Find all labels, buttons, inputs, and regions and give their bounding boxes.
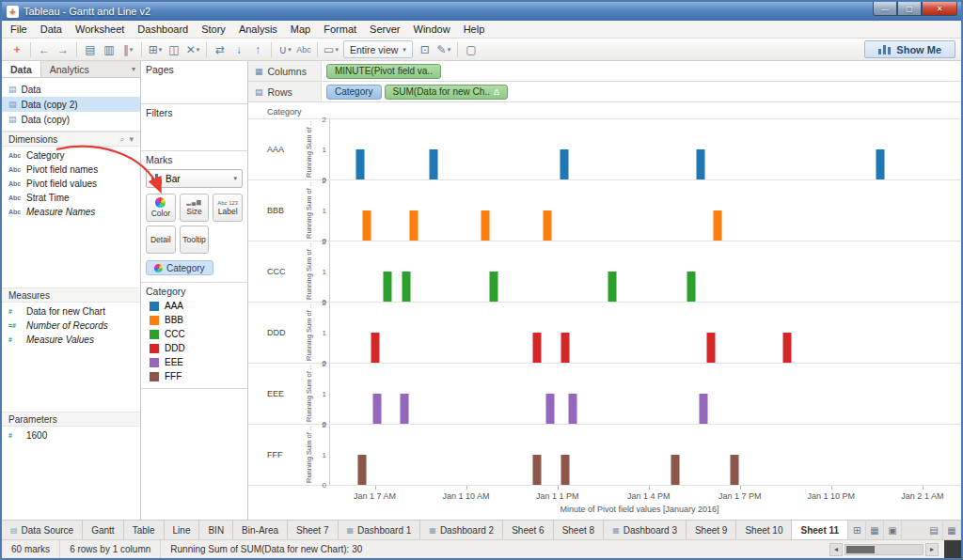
field-data-for-new-chart[interactable]: #Data for new Chart	[2, 304, 140, 319]
legend-item-bbb[interactable]: BBB	[146, 313, 243, 327]
toolbar-fix-axes-button[interactable]: ⊡	[416, 40, 434, 59]
mark-bar[interactable]	[569, 394, 577, 424]
tab-scroll-right-icon[interactable]: ▸	[925, 543, 939, 556]
mark-bar[interactable]	[707, 333, 716, 363]
data-source-data-copy[interactable]: ▤Data (copy)	[2, 112, 140, 127]
menu-item-dashboard[interactable]: Dashboard	[131, 21, 195, 38]
title-bar[interactable]: + Tableau - Gantt and Line v2 — ▢ ✕	[2, 2, 961, 21]
show-me-button[interactable]: Show Me	[864, 40, 955, 58]
marks-detail-button[interactable]: Detail	[146, 226, 176, 254]
search-icon[interactable]: ⌕	[119, 134, 124, 145]
field-strat-time[interactable]: AbcStrat Time	[2, 191, 140, 205]
new-worksheet-icon[interactable]: ⊞	[848, 521, 866, 539]
toolbar-redo-button[interactable]: →	[54, 40, 72, 59]
columns-shelf[interactable]: ▦ Columns MINUTE(Pivot field va..	[248, 61, 961, 82]
sheet-tab-dashboard-1[interactable]: ▦Dashboard 1	[339, 521, 421, 539]
toolbar-fit-button[interactable]: ▭▾	[322, 40, 340, 59]
menu-item-help[interactable]: Help	[457, 21, 492, 38]
shelf-pill-sum-data-for-new-ch[interactable]: SUM(Data for new Ch..Δ	[385, 85, 508, 100]
field-pivot-field-values[interactable]: AbcPivot field values	[2, 177, 140, 191]
toolbar-save-button[interactable]: ▤	[81, 40, 100, 59]
field-category[interactable]: AbcCategory	[2, 148, 140, 163]
sheet-tab-sheet-7[interactable]: Sheet 7	[288, 521, 338, 539]
marks-label-button[interactable]: Abc 123Label	[213, 194, 243, 222]
toolbar-undo-button[interactable]: ←	[35, 40, 54, 59]
menu-item-server[interactable]: Server	[363, 21, 406, 38]
mark-bar[interactable]	[546, 394, 555, 424]
sheet-tab-sheet-9[interactable]: Sheet 9	[687, 521, 736, 539]
mark-bar[interactable]	[532, 455, 541, 485]
filters-shelf[interactable]: Filters	[141, 104, 247, 151]
mark-bar[interactable]	[700, 394, 708, 424]
mark-bar[interactable]	[532, 333, 541, 363]
menu-item-story[interactable]: Story	[195, 21, 232, 38]
view-options-icon[interactable]: ▾	[129, 134, 134, 145]
mark-bar[interactable]	[401, 394, 409, 424]
mark-bar[interactable]	[561, 455, 570, 485]
field-1600[interactable]: #1600	[2, 428, 140, 443]
toolbar-clear-sheet-button[interactable]: ✕▾	[183, 40, 202, 59]
resize-grip[interactable]	[944, 540, 961, 558]
show-sheet-sorter-icon[interactable]: ▦	[943, 521, 961, 539]
sheet-tab-sheet-10[interactable]: Sheet 10	[736, 521, 792, 539]
panel-menu-icon[interactable]: ▾	[127, 61, 140, 77]
legend-item-eee[interactable]: EEE	[146, 355, 243, 369]
toolbar-sort-ascending-button[interactable]: ↓	[229, 40, 248, 59]
mark-bar[interactable]	[409, 210, 418, 241]
menu-item-map[interactable]: Map	[284, 21, 317, 38]
mark-bar[interactable]	[429, 149, 437, 179]
mark-bar[interactable]	[357, 455, 366, 485]
sheet-tab-dashboard-3[interactable]: ▦Dashboard 3	[604, 521, 687, 539]
toolbar-sort-descending-button[interactable]: ↑	[248, 40, 267, 59]
sheet-tab-dashboard-2[interactable]: ▦Dashboard 2	[420, 521, 503, 539]
marks-tooltip-button[interactable]: Tooltip	[180, 226, 210, 254]
shelf-pill-category[interactable]: Category	[326, 85, 382, 100]
chart-x-axis[interactable]: Jan 1 7 AMJan 1 10 AMJan 1 1 PMJan 1 4 P…	[329, 486, 950, 505]
mark-bar[interactable]	[560, 149, 568, 179]
close-button[interactable]: ✕	[922, 2, 957, 16]
mark-bar[interactable]	[402, 272, 410, 302]
mark-bar[interactable]	[371, 333, 380, 363]
new-dashboard-icon[interactable]: ▦	[866, 521, 884, 539]
mark-bar[interactable]	[671, 455, 679, 485]
minimize-button[interactable]: —	[873, 2, 897, 16]
field-pivot-field-names[interactable]: AbcPivot field names	[2, 163, 140, 177]
mark-bar[interactable]	[561, 333, 570, 363]
menu-item-window[interactable]: Window	[407, 21, 457, 38]
sheet-tab-line[interactable]: Line	[165, 521, 200, 539]
shelf-pill-minute-pivot-field-va[interactable]: MINUTE(Pivot field va..	[326, 64, 441, 79]
toolbar-start-page-button[interactable]: +	[8, 40, 26, 59]
toolbar-new-worksheet-button[interactable]: ⊞▾	[146, 40, 165, 59]
show-filmstrip-icon[interactable]: ▤	[925, 521, 943, 539]
mark-bar[interactable]	[373, 394, 382, 424]
mark-bar[interactable]	[876, 149, 884, 179]
mark-bar[interactable]	[687, 272, 696, 302]
sheet-tab-table[interactable]: Table	[124, 521, 165, 539]
legend-item-aaa[interactable]: AAA	[146, 299, 243, 313]
mark-bar[interactable]	[713, 210, 721, 241]
marks-size-button[interactable]: ▂▄▆Size	[180, 194, 210, 222]
tab-data[interactable]: Data	[2, 61, 41, 77]
toolbar-group-members-button[interactable]: ∪▾	[276, 40, 294, 59]
rows-shelf[interactable]: ▤ Rows CategorySUM(Data for new Ch..Δ	[248, 82, 961, 102]
mark-type-dropdown[interactable]: Bar ▾	[146, 169, 243, 188]
legend-item-ddd[interactable]: DDD	[146, 341, 243, 355]
mark-bar[interactable]	[481, 210, 489, 241]
toolbar-presentation-mode-button[interactable]: ▢	[462, 40, 481, 59]
pages-shelf[interactable]: Pages	[141, 61, 247, 104]
toolbar-swap-rows-columns-button[interactable]: ⇄	[211, 40, 229, 59]
mark-bar[interactable]	[356, 149, 365, 179]
toolbar-pause-auto-updates-button[interactable]: ∥▾	[118, 40, 137, 59]
sheet-tab-bin[interactable]: BIN	[199, 521, 233, 539]
data-source-data-copy-2[interactable]: ▤Data (copy 2)	[2, 97, 140, 112]
sheet-tab-bin-area[interactable]: Bin-Area	[233, 521, 288, 539]
menu-item-format[interactable]: Format	[317, 21, 363, 38]
sheet-tab-sheet-6[interactable]: Sheet 6	[503, 521, 553, 539]
toolbar-show-mark-labels-button[interactable]: Abc	[294, 40, 313, 59]
mark-bar[interactable]	[697, 149, 705, 179]
field-measure-values[interactable]: #Measure Values	[2, 333, 140, 347]
toolbar-highlight-button[interactable]: ✎▾	[434, 40, 453, 59]
menu-item-file[interactable]: File	[4, 21, 34, 38]
menu-item-worksheet[interactable]: Worksheet	[69, 21, 131, 38]
tab-scroll-left-icon[interactable]: ◂	[829, 543, 843, 556]
